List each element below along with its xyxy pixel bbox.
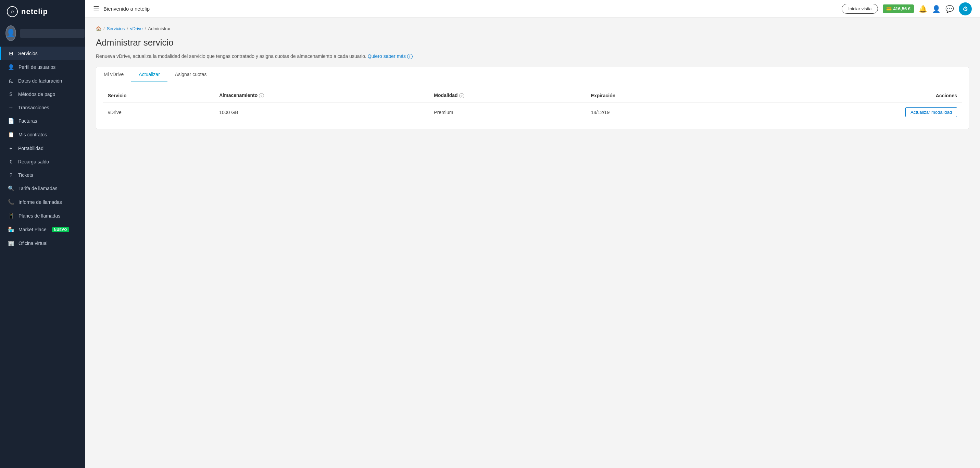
sidebar-item-label-perfil: Perfil de usuarios: [19, 64, 56, 70]
settings-fab-button[interactable]: ⚙: [959, 2, 972, 15]
oficina-icon: 🏢: [8, 240, 14, 246]
sidebar-item-label-facturas: Facturas: [19, 118, 37, 124]
info-icon[interactable]: i: [407, 54, 413, 59]
user-icon[interactable]: 👤: [932, 5, 940, 13]
portabilidad-icon: +: [8, 145, 14, 151]
bell-icon[interactable]: 🔔: [919, 5, 927, 13]
tabs-header: Mi vDriveActualizarAsignar cuotas: [96, 67, 969, 82]
sidebar-item-recarga[interactable]: €Recarga saldo: [0, 155, 85, 168]
th-expiracion: Expiración: [586, 89, 721, 102]
th-acciones: Acciones: [721, 89, 962, 102]
sidebar-item-portabilidad[interactable]: +Portabilidad: [0, 142, 85, 155]
sidebar-item-label-facturacion: Datos de facturación: [18, 78, 62, 84]
perfil-icon: 👤: [8, 64, 14, 70]
sidebar-item-marketplace[interactable]: 🏪Market PlaceNUEVO: [0, 223, 85, 236]
sidebar-item-label-informe: Informe de llamadas: [19, 200, 62, 205]
service-table: ServicioAlmacenamiento?Modalidad?Expirac…: [103, 89, 962, 122]
logo-icon: ○: [7, 6, 18, 17]
sidebar-item-label-contratos: Mis contratos: [19, 132, 47, 137]
contratos-icon: 📋: [8, 131, 14, 138]
marketplace-icon: 🏪: [8, 227, 14, 233]
tab-asignar-cuotas[interactable]: Asignar cuotas: [167, 67, 214, 82]
sidebar-item-label-recarga: Recarga saldo: [18, 159, 49, 165]
tabs-content: ServicioAlmacenamiento?Modalidad?Expirac…: [96, 82, 969, 129]
sidebar-item-facturas[interactable]: 📄Facturas: [0, 114, 85, 128]
cell-servicio: vDrive: [103, 102, 214, 122]
breadcrumb: 🏠 / Servicios / vDrive / Administrar: [96, 26, 969, 31]
almacenamiento-info-icon[interactable]: ?: [259, 93, 264, 98]
tabs-container: Mi vDriveActualizarAsignar cuotas Servic…: [96, 67, 969, 129]
sidebar-item-label-marketplace: Market Place: [19, 227, 46, 232]
avatar: 👤: [5, 26, 16, 41]
actualizar-modalidad-button[interactable]: Actualizar modalidad: [905, 107, 957, 117]
sidebar-item-informe[interactable]: 📞Informe de llamadas: [0, 195, 85, 209]
th-modalidad: Modalidad?: [429, 89, 586, 102]
recarga-icon: €: [8, 159, 14, 165]
sidebar-item-label-oficina: Oficina virtual: [19, 241, 48, 246]
logo-area: ○ netelip: [0, 0, 85, 22]
sidebar-item-label-tarifa: Tarifa de llamadas: [19, 186, 57, 191]
informe-icon: 📞: [8, 199, 14, 205]
logo-text: netelip: [21, 7, 48, 16]
hamburger-icon[interactable]: ☰: [93, 5, 99, 13]
sidebar-item-label-tickets: Tickets: [18, 173, 33, 178]
cell-acciones: Actualizar modalidad: [721, 102, 962, 122]
sidebar-item-perfil[interactable]: 👤Perfil de usuarios: [0, 60, 85, 74]
breadcrumb-servicios[interactable]: Servicios: [107, 26, 125, 31]
topbar-title: Bienvenido a netelip: [103, 6, 838, 12]
tab-actualizar[interactable]: Actualizar: [131, 67, 167, 82]
transacciones-icon: ↔: [8, 104, 14, 110]
home-icon[interactable]: 🏠: [96, 26, 101, 31]
sidebar-nav: ⊞Servicios👤Perfil de usuarios🗂Datos de f…: [0, 46, 85, 250]
sidebar-item-pago[interactable]: $Métodos de pago: [0, 87, 85, 101]
table-row: vDrive1000 GBPremium14/12/19Actualizar m…: [103, 102, 962, 122]
sidebar-item-transacciones[interactable]: ↔Transacciones: [0, 101, 85, 114]
sidebar-item-contratos[interactable]: 📋Mis contratos: [0, 128, 85, 142]
tarifa-icon: 🔍: [8, 185, 14, 192]
sidebar-item-facturacion[interactable]: 🗂Datos de facturación: [0, 74, 85, 87]
chat-icon[interactable]: 💬: [945, 5, 954, 13]
main-area: ☰ Bienvenido a netelip Iniciar visita 💳 …: [85, 0, 980, 468]
tickets-icon: ?: [8, 172, 14, 178]
iniciar-visita-button[interactable]: Iniciar visita: [842, 4, 878, 14]
topbar: ☰ Bienvenido a netelip Iniciar visita 💳 …: [85, 0, 980, 18]
profile-area: 👤: [0, 22, 85, 46]
credit-card-icon: 💳: [886, 6, 892, 11]
page-content: 🏠 / Servicios / vDrive / Administrar Adm…: [85, 18, 980, 468]
facturas-icon: 📄: [8, 118, 14, 124]
topbar-actions: Iniciar visita 💳 416,56 € 🔔 👤 💬 ⚙: [842, 2, 972, 15]
sidebar-item-servicios[interactable]: ⊞Servicios: [0, 46, 85, 60]
sidebar-item-label-portabilidad: Portabilidad: [18, 145, 43, 151]
sidebar-item-planes[interactable]: 📱Planes de llamadas: [0, 209, 85, 223]
th-servicio: Servicio: [103, 89, 214, 102]
sidebar-item-label-pago: Métodos de pago: [18, 91, 55, 97]
learn-more-link[interactable]: Quiero saber más: [368, 53, 406, 59]
sidebar-item-label-planes: Planes de llamadas: [19, 213, 60, 219]
balance-badge: 💳 416,56 €: [883, 5, 914, 13]
sidebar-item-tickets[interactable]: ?Tickets: [0, 168, 85, 182]
table-header-row: ServicioAlmacenamiento?Modalidad?Expirac…: [103, 89, 962, 102]
cell-modalidad: Premium: [429, 102, 586, 122]
sidebar-item-tarifa[interactable]: 🔍Tarifa de llamadas: [0, 182, 85, 195]
th-almacenamiento: Almacenamiento?: [214, 89, 429, 102]
sidebar: ○ netelip 👤 ⊞Servicios👤Perfil de usuario…: [0, 0, 85, 468]
sidebar-item-oficina[interactable]: 🏢Oficina virtual: [0, 236, 85, 250]
new-badge-marketplace: NUEVO: [52, 227, 69, 232]
sidebar-item-label-transacciones: Transacciones: [18, 105, 49, 110]
balance-amount: 416,56 €: [893, 6, 910, 11]
breadcrumb-vdrive[interactable]: vDrive: [130, 26, 143, 31]
search-input[interactable]: [20, 29, 84, 38]
cell-expiracion: 14/12/19: [586, 102, 721, 122]
pago-icon: $: [8, 91, 14, 97]
page-description: Renueva vDrive, actualiza la modalidad d…: [96, 53, 969, 59]
table-body: vDrive1000 GBPremium14/12/19Actualizar m…: [103, 102, 962, 122]
planes-icon: 📱: [8, 213, 14, 219]
page-title: Administrar servicio: [96, 37, 969, 48]
facturacion-icon: 🗂: [8, 78, 14, 84]
modalidad-info-icon[interactable]: ?: [459, 93, 464, 98]
cell-almacenamiento: 1000 GB: [214, 102, 429, 122]
breadcrumb-current: Administrar: [148, 26, 170, 31]
sidebar-item-label-servicios: Servicios: [18, 51, 38, 56]
tab-mi-vdrive[interactable]: Mi vDrive: [96, 67, 131, 82]
servicios-icon: ⊞: [8, 50, 14, 56]
